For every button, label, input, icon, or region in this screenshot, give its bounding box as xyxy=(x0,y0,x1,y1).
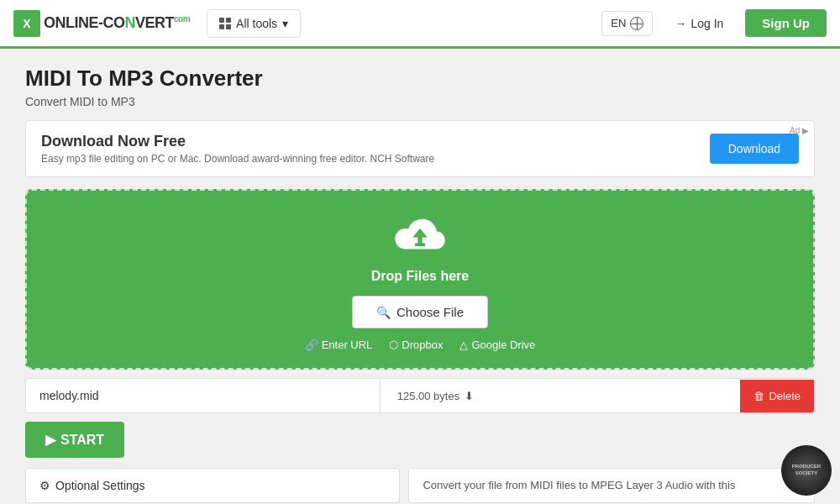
page-title: MIDI To MP3 Converter xyxy=(25,66,815,92)
enter-url-label: Enter URL xyxy=(322,339,373,351)
play-icon: ▶ xyxy=(45,432,55,448)
upload-links: 🔗 Enter URL ⬡ Dropbox △ Google Drive xyxy=(305,339,536,351)
grid-icon xyxy=(219,18,231,29)
file-size-area: 125.00 bytes ⬇ xyxy=(381,380,741,412)
login-arrow-icon: → xyxy=(675,17,686,30)
delete-label: Delete xyxy=(769,390,801,402)
choose-file-button[interactable]: 🔍 Choose File xyxy=(352,296,488,328)
start-button[interactable]: ▶ START xyxy=(25,422,124,458)
dropbox-icon: ⬡ xyxy=(389,339,398,351)
file-size: 125.00 bytes xyxy=(397,390,459,402)
language-button[interactable]: EN xyxy=(601,11,653,36)
chevron-down-icon: ▾ xyxy=(282,17,288,30)
ad-badge-text: Ad ▶ xyxy=(790,126,809,135)
logo[interactable]: X ONLINE-CONVERTcom xyxy=(13,10,190,37)
gear-icon: ⚙ xyxy=(39,479,50,492)
choose-file-label: Choose File xyxy=(396,305,464,319)
watermark: PRODUCERSOCIETY xyxy=(781,445,832,496)
search-icon: 🔍 xyxy=(376,306,391,319)
bottom-row: ⚙ Optional Settings Convert your file fr… xyxy=(25,468,815,503)
logo-icon: X xyxy=(13,10,40,37)
ad-download-button[interactable]: Download xyxy=(710,134,799,164)
file-name: melody.mid xyxy=(26,379,381,412)
signup-button[interactable]: Sign Up xyxy=(745,9,827,37)
header: X ONLINE-CONVERTcom All tools ▾ EN → Log… xyxy=(0,0,840,49)
logo-text: ONLINE-CONVERTcom xyxy=(44,14,190,32)
file-row: melody.mid 125.00 bytes ⬇ 🗑 Delete xyxy=(25,378,815,413)
download-icon: ⬇ xyxy=(465,390,474,402)
upload-area: Drop Files here 🔍 Choose File 🔗 Enter UR… xyxy=(25,189,815,370)
dropbox-label: Dropbox xyxy=(402,339,443,351)
globe-icon xyxy=(630,17,643,30)
ad-content: Download Now Free Easy mp3 file editing … xyxy=(41,133,434,165)
ad-title: Download Now Free xyxy=(41,133,434,150)
signup-label: Sign Up xyxy=(762,16,810,30)
watermark-text: PRODUCERSOCIETY xyxy=(792,464,821,477)
ad-badge: Ad ▶ xyxy=(790,126,809,135)
optional-settings[interactable]: ⚙ Optional Settings xyxy=(25,468,400,503)
convert-info: Convert your file from MIDI files to MPE… xyxy=(408,468,815,503)
convert-info-text: Convert your file from MIDI files to MPE… xyxy=(423,479,735,491)
cloud-upload-icon xyxy=(391,214,449,260)
optional-settings-label: Optional Settings xyxy=(55,479,145,492)
google-drive-link[interactable]: △ Google Drive xyxy=(459,339,535,351)
svg-rect-3 xyxy=(415,244,425,247)
drive-icon: △ xyxy=(459,339,468,351)
link-icon: 🔗 xyxy=(305,339,318,351)
enter-url-link[interactable]: 🔗 Enter URL xyxy=(305,339,373,351)
all-tools-button[interactable]: All tools ▾ xyxy=(207,9,301,38)
trash-icon: 🗑 xyxy=(753,390,764,402)
dropbox-link[interactable]: ⬡ Dropbox xyxy=(389,339,443,351)
login-label: Log In xyxy=(690,17,723,30)
lang-label: EN xyxy=(611,17,626,29)
start-label: START xyxy=(60,433,104,448)
google-drive-label: Google Drive xyxy=(471,339,535,351)
all-tools-label: All tools xyxy=(236,17,277,30)
drop-text: Drop Files here xyxy=(371,269,469,284)
login-button[interactable]: → Log In xyxy=(663,12,735,35)
ad-banner: Download Now Free Easy mp3 file editing … xyxy=(25,120,815,177)
main-content: MIDI To MP3 Converter Convert MIDI to MP… xyxy=(0,49,840,504)
ad-description: Easy mp3 file editing on PC or Mac. Down… xyxy=(41,153,434,165)
delete-button[interactable]: 🗑 Delete xyxy=(740,380,814,412)
ad-download-label: Download xyxy=(728,142,780,155)
page-subtitle: Convert MIDI to MP3 xyxy=(25,95,815,108)
